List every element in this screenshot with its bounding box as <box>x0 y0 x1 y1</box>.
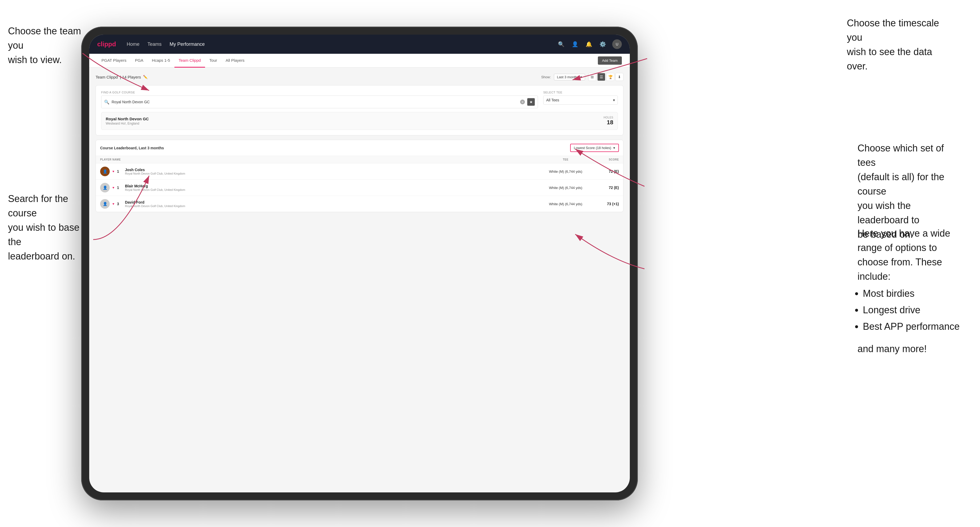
favourite-button[interactable]: ★ <box>527 98 535 106</box>
player-col-2: 👤 ♥ 1 Blair McHarg Royal North Devon Gol… <box>100 183 539 192</box>
rank-3: 3 <box>117 202 122 206</box>
player-col-3: 👤 ♥ 3 David Ford Royal North Devon Golf … <box>100 199 539 209</box>
view-icons: ⊞ ☰ 🏆 ⬇ <box>588 73 624 81</box>
player-avatar-1: 👤 <box>100 167 110 176</box>
player-avatar-3: 👤 <box>100 199 110 209</box>
player-col-1: 👤 ♥ 1 Josh Coles Royal North Devon Golf … <box>100 167 539 176</box>
sub-nav: PGAT Players PGA Hcaps 1-5 Team Clippd T… <box>89 54 630 68</box>
player-details-2: Blair McHarg Royal North Devon Golf Club… <box>125 184 185 191</box>
player-name-2: Blair McHarg <box>125 184 185 188</box>
tee-chevron-icon: ▾ <box>613 98 615 102</box>
main-content: Team Clippd | 14 Players ✏️ Show: Last 3… <box>89 68 630 492</box>
tablet-screen: clippd Home Teams My Performance 🔍 👤 🔔 ⚙… <box>89 35 630 492</box>
player-score-3: 73 (+1) <box>592 202 619 206</box>
table-row: 👤 ♥ 3 David Ford Royal North Devon Golf … <box>96 196 623 212</box>
team-title-row: Team Clippd | 14 Players ✏️ <box>95 75 148 79</box>
course-location: Westward Ho!, England <box>106 122 149 125</box>
player-details-3: David Ford Royal North Devon Golf Club, … <box>125 200 185 208</box>
score-type-chevron: ▾ <box>613 146 615 150</box>
grid-view-button[interactable]: ⊞ <box>588 73 596 81</box>
holes-badge: Holes 18 <box>604 116 613 126</box>
settings-icon[interactable]: ⚙️ <box>598 40 607 48</box>
leaderboard-title: Course Leaderboard, Last 3 months <box>100 146 164 150</box>
annotation-bottom-left: Search for the course you wish to base t… <box>8 192 93 264</box>
course-search-field: Find a Golf Course 🔍 ✕ ★ <box>101 91 538 108</box>
score-type-dropdown[interactable]: Lowest Score (18 holes) ▾ <box>570 144 619 152</box>
nav-teams[interactable]: Teams <box>148 41 162 47</box>
course-name: Royal North Devon GC <box>106 117 149 121</box>
search-input-wrapper: 🔍 ✕ ★ <box>101 95 538 108</box>
player-score-1: 72 (E) <box>592 169 619 173</box>
tee-select-field: Select Tee All Tees ▾ <box>543 91 618 105</box>
subnav-hcaps[interactable]: Hcaps 1-5 <box>148 54 174 68</box>
leaderboard-section: Course Leaderboard, Last 3 months Lowest… <box>95 140 624 212</box>
course-search-input[interactable] <box>111 100 518 104</box>
download-button[interactable]: ⬇ <box>616 73 624 81</box>
clear-search-button[interactable]: ✕ <box>520 100 525 104</box>
subnav-pga[interactable]: PGA <box>131 54 148 68</box>
bullet-app: Best APP performance <box>863 319 964 334</box>
table-row: 👤 ♥ 1 Josh Coles Royal North Devon Golf … <box>96 163 623 179</box>
options-list: Most birdies Longest drive Best APP perf… <box>858 286 964 334</box>
heart-icon-1[interactable]: ♥ <box>112 170 114 173</box>
and-more-text: and many more! <box>858 342 964 356</box>
team-controls: Show: Last 3 months ▾ ⊞ ☰ 🏆 ⬇ <box>541 73 624 81</box>
user-avatar[interactable]: U <box>612 40 622 49</box>
table-row: 👤 ♥ 1 Blair McHarg Royal North Devon Gol… <box>96 179 623 196</box>
bell-icon[interactable]: 🔔 <box>584 40 593 48</box>
player-name-1: Josh Coles <box>125 168 185 172</box>
app-logo: clippd <box>97 40 116 48</box>
player-avatar-2: 👤 <box>100 183 110 192</box>
heart-icon-2[interactable]: ♥ <box>112 186 114 189</box>
player-count: | 14 Players <box>120 75 141 79</box>
bullet-drive: Longest drive <box>863 303 964 317</box>
nav-home[interactable]: Home <box>127 41 140 47</box>
edit-icon[interactable]: ✏️ <box>143 75 148 79</box>
player-club-2: Royal North Devon Golf Club, United King… <box>125 188 185 191</box>
app-container: clippd Home Teams My Performance 🔍 👤 🔔 ⚙… <box>89 35 630 492</box>
team-header: Team Clippd | 14 Players ✏️ Show: Last 3… <box>95 73 624 81</box>
player-tee-3: White (M) (6,744 yds) <box>539 202 592 206</box>
col-header-tee: TEE <box>539 158 592 161</box>
add-team-button[interactable]: Add Team <box>598 56 622 65</box>
player-details-1: Josh Coles Royal North Devon Golf Club, … <box>125 168 185 175</box>
list-view-button[interactable]: ☰ <box>597 73 605 81</box>
team-name: Team Clippd <box>95 75 118 79</box>
subnav-team-clippd[interactable]: Team Clippd <box>174 54 205 68</box>
nav-icons: 🔍 👤 🔔 ⚙️ U <box>557 40 622 49</box>
col-header-score: SCORE <box>592 158 619 161</box>
annotation-bottom-right: Here you have a wide range of options to… <box>858 226 964 356</box>
heart-icon-3[interactable]: ♥ <box>112 202 114 206</box>
nav-my-performance[interactable]: My Performance <box>170 41 205 47</box>
search-section: Find a Golf Course 🔍 ✕ ★ Select Tee <box>95 85 624 135</box>
select-tee-label: Select Tee <box>543 91 618 94</box>
trophy-view-button[interactable]: 🏆 <box>606 73 614 81</box>
search-icon[interactable]: 🔍 <box>557 40 565 48</box>
leaderboard-header: Course Leaderboard, Last 3 months Lowest… <box>96 140 623 156</box>
player-club-1: Royal North Devon Golf Club, United King… <box>125 172 185 175</box>
holes-number: 18 <box>604 119 613 126</box>
search-magnify-icon: 🔍 <box>104 100 110 105</box>
annotation-top-left: Choose the team you wish to view. <box>8 24 83 67</box>
annotation-top-right: Choose the timescale you wish to see the… <box>847 16 953 73</box>
course-info: Royal North Devon GC Westward Ho!, Engla… <box>106 117 149 125</box>
show-label: Show: <box>541 75 551 79</box>
subnav-pgat-players[interactable]: PGAT Players <box>97 54 131 68</box>
period-dropdown[interactable]: Last 3 months ▾ <box>554 74 585 80</box>
rank-1: 1 <box>117 169 122 173</box>
player-club-3: Royal North Devon Golf Club, United King… <box>125 205 185 208</box>
player-name-3: David Ford <box>125 200 185 205</box>
subnav-all-players[interactable]: All Players <box>221 54 249 68</box>
player-score-2: 72 (E) <box>592 186 619 190</box>
leaderboard-table: PLAYER NAME TEE SCORE 👤 ♥ 1 Josh <box>96 156 623 212</box>
course-result[interactable]: Royal North Devon GC Westward Ho!, Engla… <box>101 112 618 130</box>
find-course-label: Find a Golf Course <box>101 91 538 94</box>
col-header-player: PLAYER NAME <box>100 158 539 161</box>
subnav-tour[interactable]: Tour <box>205 54 221 68</box>
person-icon[interactable]: 👤 <box>571 40 579 48</box>
tablet-frame: clippd Home Teams My Performance 🔍 👤 🔔 ⚙… <box>81 27 638 500</box>
dropdown-chevron: ▾ <box>580 75 582 79</box>
search-row: Find a Golf Course 🔍 ✕ ★ Select Tee <box>101 91 618 108</box>
player-tee-2: White (M) (6,744 yds) <box>539 186 592 190</box>
tee-dropdown[interactable]: All Tees ▾ <box>543 95 618 105</box>
